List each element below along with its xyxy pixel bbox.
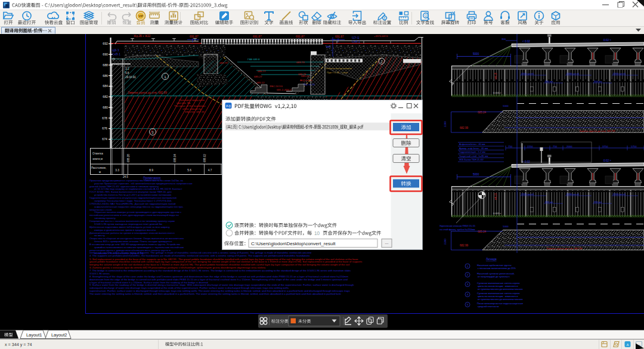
svg-text:3.3: 3.3 [115, 169, 119, 172]
svg-text:Расстояние,: Расстояние, [91, 166, 107, 169]
svg-text:5750: 5750 [631, 145, 637, 148]
svg-text:Ж/Б Балки ТБН 21-65°: Ж/Б Балки ТБН 21-65° [459, 158, 484, 161]
svg-text:x = 344 y = 74: x = 344 y = 74 [5, 342, 32, 347]
svg-text:685.24: 685.24 [478, 111, 486, 114]
svg-text:Армир. асф.бетон - 40 мм: Армир. асф.бетон - 40 мм [459, 147, 488, 150]
svg-text:+3976.6874: +3976.6874 [374, 35, 388, 38]
svg-text:Защитный слой - h=80 мм: Защитный слой - h=80 мм [459, 155, 488, 157]
svg-text:684: 684 [103, 84, 108, 88]
svg-text:земли,м: земли,м [92, 157, 103, 160]
svg-text:8.9: 8.9 [149, 169, 153, 172]
svg-text:2200 шт.п1: 2200 шт.п1 [613, 72, 626, 75]
svg-text:692: 692 [103, 42, 108, 45]
svg-text:Габионы выпускаемые: Габионы выпускаемые [324, 67, 352, 70]
svg-text:2250: 2250 [527, 145, 533, 148]
svg-text:Легенда: Легенда [486, 258, 497, 261]
svg-text:680: 680 [103, 106, 108, 109]
svg-text:5.6: 5.6 [187, 169, 191, 172]
svg-text:691.87: 691.87 [335, 35, 344, 38]
svg-text:750: 750 [508, 145, 513, 148]
svg-text:...: ... [385, 240, 389, 245]
svg-text:4.7: 4.7 [208, 169, 212, 172]
svg-text:п4.15: п4.15 [494, 72, 497, 79]
svg-text:2200 шт.п1: 2200 шт.п1 [566, 193, 580, 196]
svg-text:2200 шт.п1: 2200 шт.п1 [521, 72, 534, 75]
svg-text:3750: 3750 [602, 145, 608, 148]
svg-text:0.02 >: 0.02 > [603, 39, 611, 42]
svg-text:24.5: 24.5 [123, 175, 128, 178]
svg-text:Layout2: Layout2 [51, 332, 67, 338]
svg-text:685.24: 685.24 [478, 230, 486, 233]
svg-text:средней плотности: средней плотности [478, 305, 499, 308]
svg-text:5000: 5000 [473, 52, 479, 55]
svg-text:300: 300 [501, 38, 506, 41]
svg-text:с песчаным заполнителем до: с песчаным заполнителем до 25% [478, 267, 516, 270]
svg-text:1000: 1000 [503, 104, 509, 107]
svg-text:0.001>: 0.001> [493, 212, 501, 215]
svg-text:2200 шт.п1: 2200 шт.п1 [613, 193, 626, 196]
svg-text:от тугопластичного до мягко: от тугопластичного до мягкопластичного [478, 298, 523, 301]
svg-text:674: 674 [102, 137, 107, 141]
svg-text:200 шт: 200 шт [594, 80, 602, 83]
svg-text:0.02 >: 0.02 > [603, 159, 611, 162]
svg-text:686: 686 [103, 74, 108, 78]
svg-text:2200 шт.п1: 2200 шт.п1 [521, 193, 534, 196]
svg-text:691.87: 691.87 [190, 35, 199, 38]
svg-text:682.99: 682.99 [460, 126, 468, 129]
svg-text:10: 10 [314, 231, 320, 236]
svg-text:Замена грунта до отм. 682.9: Замена грунта до отм. 682.99 [546, 247, 583, 250]
svg-text:The water entering the set: The water entering the settling tanks is… [89, 292, 341, 295]
svg-text:Отметка: Отметка [92, 152, 103, 155]
svg-text:682.99: 682.99 [460, 244, 468, 247]
svg-text:685.12: 685.12 [256, 81, 265, 84]
svg-text:от полутвердой до тугопласт: от полутвердой до тугопласт. [478, 275, 510, 278]
svg-text:690: 690 [103, 52, 108, 56]
svg-text:685.27: 685.27 [254, 75, 262, 78]
svg-text:689.79: 689.79 [296, 61, 305, 64]
svg-text:200 шт: 200 шт [545, 200, 553, 203]
svg-text:< 0.02: < 0.02 [522, 160, 530, 163]
svg-text:691.87: 691.87 [296, 35, 305, 38]
svg-text:P-D: P-D [226, 105, 231, 108]
svg-text:м: м [99, 171, 101, 174]
svg-text:Жд.2Б + Ж22: Жд.2Б + Ж22 [134, 35, 151, 38]
svg-text:ФБС 24.3.6: ФБС 24.3.6 [270, 85, 283, 88]
svg-text:Асфальтобетон - 40 мм: Асфальтобетон - 40 мм [459, 143, 485, 146]
svg-text:Укрепление откосов ПКБЗ 15.1: Укрепление откосов ПКБЗ 15.15 [439, 224, 476, 227]
svg-text:При т 0.29 - схем: При т 0.29 - схем [327, 71, 348, 74]
svg-text:4. The supports are pr: 4. The supports are prefabricated monoli… [89, 254, 310, 257]
svg-text:от тугопластичного до мягко: от тугопластичного до мягкопластичного [478, 288, 523, 291]
svg-text:Замена грунта до отм. 682.9: Замена грунта до отм. 682.99 [128, 91, 167, 94]
svg-text:681.2+684.2: 681.2+684.2 [277, 88, 292, 91]
svg-text:2: 2 [380, 60, 382, 63]
svg-text:688.04: 688.04 [174, 154, 177, 162]
svg-text:2200: 2200 [444, 121, 447, 127]
svg-text:688: 688 [103, 63, 108, 67]
svg-text:на слой фракц. щебня h=150: на слой фракц. щебня h=150мм [439, 228, 475, 231]
svg-text:689.79: 689.79 [219, 61, 228, 64]
svg-text:750: 750 [553, 145, 558, 148]
svg-text:A: A [627, 343, 629, 347]
svg-text:23: 23 [172, 12, 175, 15]
svg-text:VIP: VIP [138, 14, 144, 18]
svg-text:Q: Q [425, 14, 428, 17]
svg-text:682: 682 [103, 95, 108, 98]
svg-text:200 шт: 200 шт [594, 200, 602, 203]
svg-text:Гидроизоляция - 5.2 мм: Гидроизоляция - 5.2 мм [459, 150, 485, 153]
svg-text:690: 690 [326, 45, 331, 48]
svg-text:5000: 5000 [473, 173, 479, 176]
svg-text:2000: 2000 [566, 145, 572, 148]
svg-text:678: 678 [102, 116, 107, 120]
svg-text:п4.15: п4.15 [494, 193, 497, 200]
svg-text:0.001>: 0.001> [493, 91, 501, 94]
svg-text:Layout1: Layout1 [26, 332, 42, 338]
svg-text:694.216 - 697.19: 694.216 - 697.19 [185, 110, 205, 113]
svg-text:200 шт: 200 шт [545, 80, 553, 83]
svg-text:1000: 1000 [503, 225, 509, 228]
svg-text:Замена грунта до отм. 682.9: Замена грунта до отм. 682.99 [579, 129, 615, 132]
svg-text:676: 676 [102, 126, 107, 130]
svg-text:691.87: 691.87 [253, 35, 262, 38]
svg-text:7. The bridge is conn: 7. The bridge is connected to the embank… [89, 269, 351, 272]
svg-text:2200: 2200 [444, 239, 447, 245]
svg-text:2200 шт.п1: 2200 шт.п1 [566, 72, 580, 75]
